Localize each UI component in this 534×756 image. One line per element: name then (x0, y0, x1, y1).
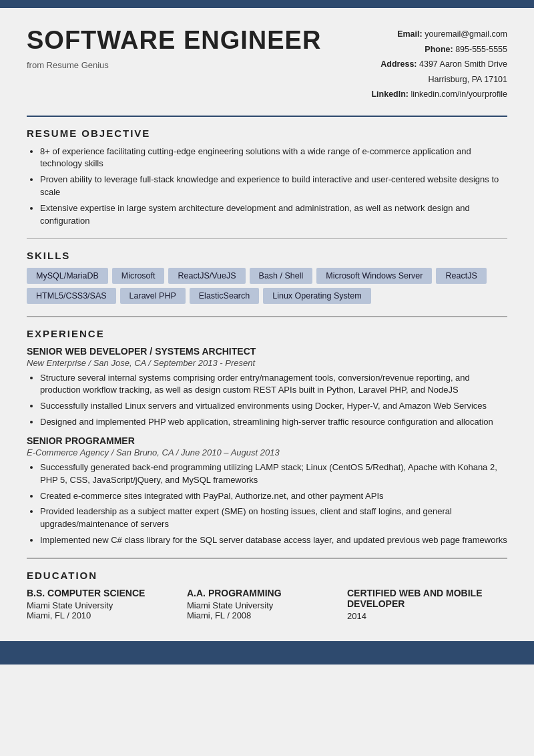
skills-grid: MySQL/MariaDB Microsoft ReactJS/VueJS Ba… (27, 268, 507, 304)
skill-badge-2: ReactJS/VueJS (168, 268, 245, 284)
objective-section: RESUME OBJECTIVE 8+ of experience facili… (0, 117, 534, 238)
job-meta-0: New Enterprise / San Jose, CA / Septembe… (27, 358, 507, 368)
edu-col-1: A.A. PROGRAMMING Miami State University … (187, 588, 347, 621)
address-line: Address: 4397 Aaron Smith Drive Harrisbu… (360, 57, 507, 87)
job-bullets-0: Structure several internal systems compr… (27, 372, 507, 429)
skills-title: SKILLS (27, 250, 507, 261)
job-bullets-1: Successfully generated back-end programm… (27, 461, 507, 547)
edu-col-0: B.S. COMPUTER SCIENCE Miami State Univer… (27, 588, 187, 621)
skills-section: SKILLS MySQL/MariaDB Microsoft ReactJS/V… (0, 239, 534, 316)
header-section: SOFTWARE ENGINEER from Resume Genius Ema… (0, 8, 534, 116)
linkedin-label: LinkedIn: (371, 89, 409, 99)
edu-year-0: Miami, FL / 2010 (27, 610, 187, 620)
edu-school-0: Miami State University (27, 600, 187, 610)
objective-bullet-3: Extensive expertise in large system arch… (40, 202, 507, 228)
edu-year-2: 2014 (347, 611, 507, 621)
objective-bullet-2: Proven ability to leverage full-stack kn… (40, 174, 507, 199)
address-value2: Harrisburg, PA 17101 (428, 75, 507, 84)
email-value: youremail@gmail.com (425, 29, 507, 39)
job-0-bullet-0: Structure several internal systems compr… (40, 372, 507, 397)
education-title: EDUCATION (27, 570, 507, 581)
skill-badge-9: Linux Operating System (263, 288, 370, 304)
address-label: Address: (380, 59, 417, 69)
linkedin-line: LinkedIn: linkedin.com/in/yourprofile (360, 87, 507, 102)
skill-badge-4: Microsoft Windows Server (316, 268, 432, 284)
experience-section: EXPERIENCE SENIOR WEB DEVELOPER / SYSTEM… (0, 317, 534, 558)
job-1-bullet-0: Successfully generated back-end programm… (40, 461, 507, 487)
bottom-accent-bar (0, 641, 534, 665)
job-title-1: SENIOR PROGRAMMER (27, 435, 507, 446)
objective-bullet-1: 8+ of experience facilitating cutting-ed… (40, 146, 507, 171)
job-0-bullet-2: Designed and implemented PHP web applica… (40, 416, 507, 429)
email-line: Email: youremail@gmail.com (360, 27, 507, 42)
phone-line: Phone: 895-555-5555 (360, 42, 507, 57)
objective-bullets: 8+ of experience facilitating cutting-ed… (27, 146, 507, 228)
job-title-0: SENIOR WEB DEVELOPER / SYSTEMS ARCHITECT (27, 346, 507, 357)
education-section: EDUCATION B.S. COMPUTER SCIENCE Miami St… (0, 559, 534, 628)
job-1-bullet-2: Provided leadership as a subject matter … (40, 506, 507, 531)
education-grid: B.S. COMPUTER SCIENCE Miami State Univer… (27, 588, 507, 621)
job-meta-1: E-Commerce Agency / San Bruno, CA / June… (27, 447, 507, 457)
contact-info: Email: youremail@gmail.com Phone: 895-55… (360, 27, 507, 102)
edu-degree-1: A.A. PROGRAMMING (187, 588, 347, 598)
phone-value: 895-555-5555 (455, 45, 507, 54)
edu-col-2: CERTIFIED WEB AND MOBILE DEVELOPER 2014 (347, 588, 507, 621)
edu-degree-2: CERTIFIED WEB AND MOBILE DEVELOPER (347, 588, 507, 609)
resume-page: SOFTWARE ENGINEER from Resume Genius Ema… (0, 0, 534, 756)
edu-school-1: Miami State University (187, 600, 347, 610)
top-accent-bar (0, 0, 534, 8)
job-0-bullet-1: Successfully installed Linux servers and… (40, 400, 507, 413)
skill-badge-8: ElasticSearch (190, 288, 259, 304)
objective-title: RESUME OBJECTIVE (27, 128, 507, 139)
edu-degree-0: B.S. COMPUTER SCIENCE (27, 588, 187, 598)
phone-label: Phone: (425, 45, 453, 54)
header-left: SOFTWARE ENGINEER from Resume Genius (27, 27, 360, 102)
job-1-bullet-3: Implemented new C# class library for the… (40, 534, 507, 547)
skill-badge-0: MySQL/MariaDB (27, 268, 108, 284)
from-label: from Resume Genius (27, 60, 360, 70)
address-value1: 4397 Aaron Smith Drive (419, 59, 507, 69)
experience-title: EXPERIENCE (27, 328, 507, 339)
skill-badge-3: Bash / Shell (250, 268, 313, 284)
linkedin-value: linkedin.com/in/yourprofile (411, 89, 507, 99)
skill-badge-6: HTML5/CSS3/SAS (27, 288, 116, 304)
edu-year-1: Miami, FL / 2008 (187, 610, 347, 620)
skill-badge-1: Microsoft (112, 268, 165, 284)
email-label: Email: (397, 29, 423, 39)
resume-title: SOFTWARE ENGINEER (27, 27, 360, 55)
skill-badge-5: ReactJS (436, 268, 486, 284)
job-1-bullet-1: Created e-commerce sites integrated with… (40, 490, 507, 503)
skill-badge-7: Laravel PHP (120, 288, 186, 304)
